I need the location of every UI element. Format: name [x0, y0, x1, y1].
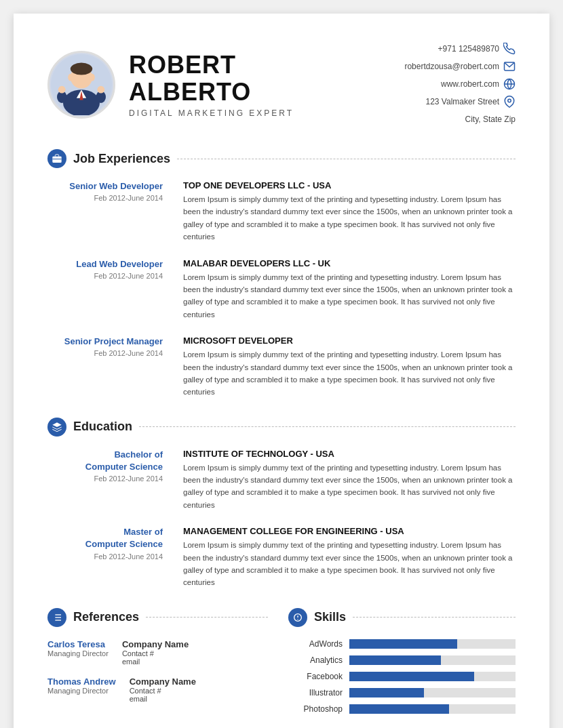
header-left: ROBERT ALBERTO DIGITAL MARKETING EXPERT	[47, 51, 294, 119]
globe-icon	[503, 78, 516, 90]
entry-desc: Lorem Ipsum is simply dummy text of the …	[183, 348, 516, 399]
svg-point-5	[71, 63, 92, 75]
svg-point-6	[68, 74, 73, 81]
entry-date: Feb 2012-June 2014	[47, 349, 163, 357]
first-name: ROBERT	[129, 51, 236, 79]
bottom-section: References Carlos Teresa Managing Direct…	[47, 608, 516, 721]
address-line1: 123 Valmaker Street	[426, 94, 500, 110]
entry-left: Bachelor ofComputer Science Feb 2012-Jun…	[47, 449, 170, 512]
education-section: Education Bachelor ofComputer Science Fe…	[47, 418, 516, 589]
ref-job-title: Managing Director	[47, 649, 109, 658]
entry-row: Senior Web Developer Feb 2012-June 2014 …	[47, 180, 516, 243]
job-experiences-section: Job Experiences Senior Web Developer Feb…	[47, 149, 516, 399]
address-line2: City, State Zip	[465, 111, 516, 127]
skill-label: Analytics	[288, 655, 343, 665]
location-icon	[503, 96, 516, 108]
svg-point-9	[58, 86, 66, 94]
svg-point-7	[90, 74, 95, 81]
ref-company: Company Name	[122, 639, 189, 649]
job-entries: Senior Web Developer Feb 2012-June 2014 …	[47, 180, 516, 399]
skill-row: Analytics	[288, 655, 516, 665]
entry-row: Bachelor ofComputer Science Feb 2012-Jun…	[47, 449, 516, 512]
entry-company: INSTITUTE OF TECHNOLOGY - USA	[183, 449, 516, 459]
education-icon	[47, 418, 66, 437]
skill-row: Photoshop	[288, 704, 516, 714]
skills-col: Skills AdWords Analytics Facebook Illust…	[282, 608, 516, 721]
email-row: robertdzousa@robert.com	[404, 58, 516, 75]
ref-contact: Contact #	[130, 687, 196, 695]
ref-section-title: References	[73, 610, 139, 624]
svg-point-26	[297, 619, 298, 620]
section-divider	[139, 426, 516, 427]
entry-right: MANAGEMENT COLLEGE FOR ENGINEERING - USA…	[183, 526, 516, 589]
skill-label: Illustrator	[288, 688, 343, 697]
job-section-header: Job Experiences	[47, 149, 516, 168]
ref-job-title: Managing Director	[47, 687, 116, 695]
reference-entry: Carlos Teresa Managing Director Company …	[47, 639, 268, 666]
section-divider	[177, 159, 516, 159]
entry-row: Master ofComputer Science Feb 2012-June …	[47, 526, 516, 589]
ref-name: Thomas Andrew	[47, 676, 116, 687]
avatar	[47, 51, 115, 119]
phone-row: +971 125489870	[404, 41, 516, 57]
reference-entry: Thomas Andrew Managing Director Company …	[47, 676, 268, 703]
skills-icon	[288, 608, 307, 627]
skill-label: Photoshop	[288, 704, 343, 714]
svg-rect-16	[52, 157, 61, 163]
skill-row: Facebook	[288, 672, 516, 681]
references-col: References Carlos Teresa Managing Direct…	[47, 608, 282, 721]
entry-role: Senior Web Developer	[47, 180, 163, 193]
skill-bar-background	[349, 639, 516, 649]
email-address: robertdzousa@robert.com	[404, 58, 499, 75]
email-icon	[503, 60, 516, 73]
entry-role: Bachelor ofComputer Science	[47, 449, 163, 473]
entry-row: Senior Project Manager Feb 2012-June 201…	[47, 336, 516, 399]
entry-company: MALABAR DEVELOPERS LLC - UK	[183, 258, 516, 268]
entry-date: Feb 2012-June 2014	[47, 272, 163, 280]
contact-info: +971 125489870 robertdzousa@robert.com w…	[404, 41, 516, 129]
website-row: www.robert.com	[404, 76, 516, 92]
entry-right: MICROSOFT DEVELOPER Lorem Ipsum is simpl…	[183, 336, 516, 399]
entry-date: Feb 2012-June 2014	[47, 194, 163, 202]
reference-entries: Carlos Teresa Managing Director Company …	[47, 639, 268, 703]
skill-bar-fill	[349, 688, 424, 697]
references-icon	[47, 608, 66, 627]
section-divider	[146, 617, 268, 618]
entry-desc: Lorem Ipsum is simply dummy text of the …	[183, 271, 516, 321]
entry-left: Master ofComputer Science Feb 2012-June …	[47, 526, 170, 589]
entry-company: MICROSOFT DEVELOPER	[183, 336, 516, 346]
ref-company: Company Name	[130, 676, 196, 687]
ref-contact: Contact #	[122, 649, 189, 658]
skill-bar-fill	[349, 639, 457, 649]
entry-date: Feb 2012-June 2014	[47, 474, 163, 483]
header: ROBERT ALBERTO DIGITAL MARKETING EXPERT …	[47, 41, 516, 129]
entry-role: Lead Web Developer	[47, 258, 163, 270]
ref-left: Thomas Andrew Managing Director	[47, 676, 116, 703]
entry-row: Lead Web Developer Feb 2012-June 2014 MA…	[47, 258, 516, 321]
skill-bar-background	[349, 704, 516, 714]
entry-date: Feb 2012-June 2014	[47, 552, 163, 561]
resume-container: ROBERT ALBERTO DIGITAL MARKETING EXPERT …	[14, 14, 549, 728]
phone-icon	[503, 43, 516, 55]
entry-role: Senior Project Manager	[47, 336, 163, 348]
entry-right: MALABAR DEVELOPERS LLC - UK Lorem Ipsum …	[183, 258, 516, 321]
entry-company: MANAGEMENT COLLEGE FOR ENGINEERING - USA	[183, 526, 516, 536]
address2-row: City, State Zip	[404, 111, 516, 127]
skill-bar-fill	[349, 672, 474, 681]
ref-email: email	[122, 658, 189, 666]
skill-label: AdWords	[288, 639, 343, 649]
skill-bar-background	[349, 688, 516, 697]
skills-section-title: Skills	[314, 610, 346, 624]
job-title: DIGITAL MARKETING EXPERT	[129, 108, 294, 118]
ref-email: email	[130, 695, 196, 703]
edu-entries: Bachelor ofComputer Science Feb 2012-Jun…	[47, 449, 516, 589]
entry-desc: Lorem Ipsum is simply dummy text of the …	[183, 462, 516, 512]
ref-section-header: References	[47, 608, 268, 627]
skills-section-header: Skills	[288, 608, 516, 627]
ref-right: Company Name Contact # email	[122, 639, 189, 666]
skill-label: Facebook	[288, 672, 343, 681]
skill-bar-background	[349, 672, 516, 681]
entry-role: Master ofComputer Science	[47, 526, 163, 550]
entry-left: Senior Project Manager Feb 2012-June 201…	[47, 336, 170, 399]
ref-left: Carlos Teresa Managing Director	[47, 639, 109, 666]
